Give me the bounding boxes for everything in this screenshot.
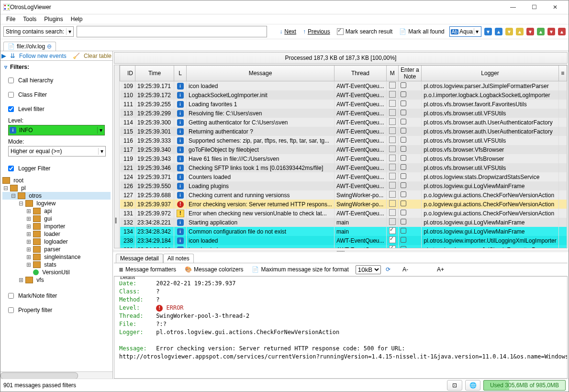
note-icon[interactable]: [401, 101, 406, 106]
left-hscrollbar[interactable]: [0, 371, 112, 379]
table-row[interactable]: 11919:25:39.343iHave 61 files in file://…: [120, 154, 567, 163]
mode-select[interactable]: Higher or equal (>=) ▾: [8, 146, 106, 157]
mark-checkbox[interactable]: [389, 100, 396, 107]
close-button[interactable]: ✕: [545, 2, 566, 12]
play-icon[interactable]: ▶: [1, 52, 6, 59]
search-mode-select[interactable]: String contains search: ▾: [3, 26, 74, 37]
nav-down-error2-icon[interactable]: ▼: [547, 28, 555, 35]
note-icon[interactable]: [401, 155, 406, 161]
mark-checkbox[interactable]: [389, 127, 396, 134]
mark-checkbox[interactable]: [389, 155, 396, 161]
filter-property[interactable]: Property filter: [0, 303, 112, 317]
table-row[interactable]: 11019:25:39.172iLogbackSocketLogImporter…: [120, 90, 567, 100]
status-btn-1[interactable]: ⊡: [447, 380, 462, 391]
table-row[interactable]: 12419:25:39.371iCounters loadedAWT-Event…: [120, 172, 567, 181]
note-icon[interactable]: [401, 210, 406, 215]
note-icon[interactable]: [401, 82, 406, 88]
mark-checkbox[interactable]: [389, 164, 396, 170]
nav-down-icon[interactable]: ▼: [484, 28, 492, 35]
table-row[interactable]: 11419:25:39.300iGetting authenticator fo…: [120, 118, 567, 127]
mark-checkbox[interactable]: [389, 227, 396, 234]
col-mark[interactable]: M: [386, 66, 398, 81]
log-table[interactable]: ID Time L Message Thread M Enter a Note …: [120, 65, 567, 248]
menu-help[interactable]: Help: [68, 15, 86, 23]
clear-table-button[interactable]: Clear table: [84, 53, 112, 59]
colorizers-button[interactable]: 🎨Message colorizers: [183, 265, 245, 274]
font-bigger-button[interactable]: A+: [437, 266, 444, 273]
filter-logger[interactable]: Logger Filter: [0, 161, 112, 176]
note-icon[interactable]: [401, 182, 406, 188]
table-row[interactable]: 23823:34:29.184iicon loadedAWT-EventQueu…: [120, 236, 567, 245]
logger-tree[interactable]: root ⊟ pl ⊟ otros ⊟ logview ⊞ api ⊞ gui …: [0, 176, 112, 285]
status-btn-2[interactable]: 🌐: [465, 380, 480, 391]
nav-down-error-icon[interactable]: ▼: [526, 28, 534, 35]
table-row[interactable]: 23923:34:29.188iicon loadedAWT-EventQueu…: [120, 245, 567, 248]
mark-checkbox[interactable]: [389, 200, 396, 207]
follow-events-toggle[interactable]: Follow new events: [19, 53, 67, 59]
table-row[interactable]: 13019:25:39.937!Error checking version: …: [120, 200, 567, 209]
maxsize-select[interactable]: 10kB: [356, 265, 381, 274]
mark-checkbox[interactable]: [389, 146, 396, 152]
note-icon[interactable]: [401, 246, 406, 248]
note-icon[interactable]: [401, 201, 406, 206]
nav-up-icon[interactable]: ▲: [495, 28, 502, 35]
note-icon[interactable]: [401, 164, 406, 170]
next-button[interactable]: ↓Next: [278, 27, 298, 36]
table-row[interactable]: 13119:25:39.972!Error when checking new …: [120, 209, 567, 218]
highlight-scheme-select[interactable]: AbAqua▾: [449, 26, 481, 37]
note-icon[interactable]: [401, 91, 406, 97]
menu-file[interactable]: File: [3, 15, 18, 23]
table-row[interactable]: 12719:25:39.688iChecking current and run…: [120, 190, 567, 200]
mark-result-toggle[interactable]: Mark search result: [335, 27, 395, 36]
close-tab-icon[interactable]: ⊖: [47, 43, 52, 50]
mark-checkbox[interactable]: [389, 118, 396, 125]
mark-all-button[interactable]: 📄Mark all found: [397, 27, 446, 36]
level-select[interactable]: i INFO ▾: [8, 125, 105, 135]
col-thread[interactable]: Thread: [334, 66, 386, 81]
table-row[interactable]: 11119:25:39.255iLoading favorites 1AWT-E…: [120, 100, 567, 109]
mark-checkbox[interactable]: [389, 136, 396, 143]
tab-all-notes[interactable]: All notes: [163, 254, 194, 263]
mark-checkbox[interactable]: [389, 182, 396, 189]
mark-checkbox[interactable]: [389, 82, 396, 89]
table-row[interactable]: 12619:25:39.550iLoading pluginsAWT-Event…: [120, 181, 567, 190]
col-note[interactable]: Enter a Note: [398, 66, 422, 81]
col-logger[interactable]: Logger: [422, 66, 558, 81]
mark-checkbox[interactable]: [389, 236, 396, 243]
note-icon[interactable]: [401, 219, 406, 224]
mark-checkbox[interactable]: [389, 246, 396, 248]
table-row[interactable]: 13223:34:28.221iStarting applicationmain…: [120, 218, 567, 227]
font-smaller-button[interactable]: A-: [402, 266, 408, 273]
follow-down-icon[interactable]: ⇊: [10, 52, 15, 59]
note-icon[interactable]: [401, 128, 406, 134]
note-icon[interactable]: [401, 173, 406, 179]
note-icon[interactable]: [401, 228, 406, 234]
maximize-button[interactable]: ☐: [524, 2, 545, 12]
mark-checkbox[interactable]: [389, 209, 396, 216]
note-icon[interactable]: [401, 146, 406, 152]
filter-call-hierarchy[interactable]: Call hierarchy: [0, 73, 112, 88]
table-row[interactable]: 12119:25:39.346iChecking SFTP links took…: [120, 163, 567, 172]
note-icon[interactable]: [401, 191, 406, 197]
table-row[interactable]: 13423:34:28.342iCommon configuration fil…: [120, 227, 567, 236]
col-menu[interactable]: ≡: [558, 66, 567, 81]
note-icon[interactable]: [401, 110, 406, 115]
col-id[interactable]: ID: [120, 66, 135, 81]
document-tab[interactable]: 📄 file://olv.log ⊖: [3, 42, 56, 51]
mark-checkbox[interactable]: [389, 218, 396, 225]
nav-down-warn-icon[interactable]: ▼: [505, 28, 513, 35]
filter-level[interactable]: Level filter: [0, 102, 112, 116]
table-row[interactable]: 11619:25:39.333iSupported schemes: zip, …: [120, 136, 567, 145]
refresh-icon[interactable]: ⟳: [386, 266, 390, 273]
formatters-button[interactable]: ≣Message formatters: [117, 265, 178, 274]
mark-checkbox[interactable]: [389, 173, 396, 179]
col-level[interactable]: L: [174, 66, 187, 81]
table-row[interactable]: 10919:25:39.171iicon loadedAWT-EventQueu…: [120, 81, 567, 91]
table-row[interactable]: 11719:25:39.340igoToFileObject by fileob…: [120, 145, 567, 154]
nav-up-warn-icon[interactable]: ▲: [516, 28, 524, 35]
tab-message-detail[interactable]: Message detail: [116, 254, 163, 263]
minimize-button[interactable]: —: [502, 2, 524, 12]
col-time[interactable]: Time: [135, 66, 174, 81]
nav-up-ok-icon[interactable]: ▲: [537, 28, 545, 35]
filter-mark[interactable]: Mark/Note filter: [0, 289, 112, 303]
